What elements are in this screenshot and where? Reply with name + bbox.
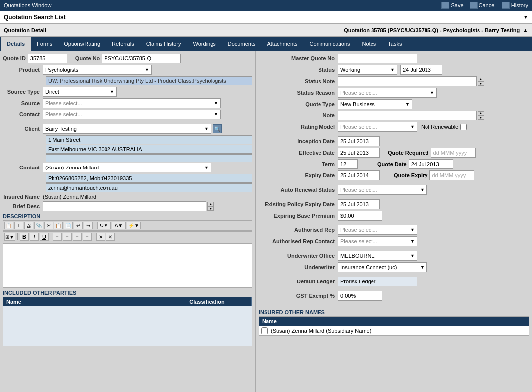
client-dropdown[interactable]: Barry Testing ▼ [43,124,211,134]
insured-table-header: Name [259,317,529,326]
quote-type-row: Quote Type New Business ▼ [259,99,529,109]
contact1-row: Contact Please select... ▼ [3,110,252,119]
expiry-date-row: Expiry Date Quote Expiry [259,170,529,180]
tab-claims-history[interactable]: Claims History [140,37,187,51]
toolbar-btn-italic[interactable]: I [30,233,39,241]
gst-exempt-input[interactable] [338,291,382,301]
uw-office-dropdown[interactable]: MELBOURNE ▼ [338,251,417,261]
contact2-dropdown[interactable]: (Susan) Zerina Millard ▼ [43,163,211,172]
toolbar-btn-clear[interactable]: ✕ [96,233,105,241]
rating-model-dropdown[interactable]: Please select... ▼ [338,122,417,132]
underwriter-dropdown[interactable]: Insurance Connect (uc) ▼ [338,262,427,272]
tab-wordings[interactable]: Wordings [187,37,222,51]
status-note-input[interactable] [338,76,477,86]
detail-header-collapse[interactable]: ▲ [523,27,528,33]
status-date-input[interactable] [400,65,442,75]
inception-date-input[interactable] [338,136,380,146]
default-ledger-label: Default Ledger [259,279,338,284]
expiry-date-input[interactable] [338,170,380,180]
toolbar-btn-cut[interactable]: ✂ [44,222,53,229]
toolbar-btn-font-color[interactable]: A▼ [112,222,126,229]
quote-no-input[interactable] [102,54,181,63]
quote-type-dropdown[interactable]: New Business ▼ [338,99,412,109]
cancel-button[interactable]: Cancel [470,2,496,9]
toolbar-btn-justify[interactable]: ≡ [83,233,92,241]
quote-id-input[interactable] [28,54,67,63]
auth-rep-row: Authorised Rep Please select... ▼ [259,225,529,235]
description-textarea[interactable] [3,243,252,288]
toolbar-btn-bold[interactable]: B [20,233,29,241]
auth-rep-contact-dropdown[interactable]: Please select... ▼ [338,236,417,246]
toolbar-btn-delete[interactable]: ✕ [106,233,115,241]
quote-required-input[interactable] [431,148,476,158]
toolbar-btn-underline[interactable]: U [40,233,49,241]
tab-attachments[interactable]: Attachments [261,37,303,51]
quote-no-pair: Quote No [75,54,181,63]
note-input[interactable] [338,111,477,120]
default-ledger-input [338,277,417,286]
auth-rep-contact-row: Authorised Rep Contact Please select... … [259,236,529,246]
toolbar-btn-table[interactable]: ⊞▼ [4,233,15,241]
status-note-spinner[interactable]: ▲ ▼ [478,77,484,86]
toolbar-btn-fx[interactable]: ⚡▼ [127,222,141,229]
search-bar-expand[interactable]: ▼ [523,14,528,20]
status-reason-dropdown[interactable]: Please select... ▼ [338,88,437,98]
tab-referrals[interactable]: Referrals [106,37,140,51]
quote-date-input[interactable] [409,159,453,169]
term-input[interactable] [338,159,358,169]
tab-communications[interactable]: Communications [304,37,356,51]
history-button[interactable]: History [502,2,528,9]
product-dropdown[interactable]: Psychologists ▼ [43,65,152,75]
toolbar-btn-copy[interactable]: 📋 [54,222,63,229]
toolbar-btn-paste[interactable]: 📄 [64,222,73,229]
contact-phone: Ph:0266805282, Mob:0423019335 [46,174,252,183]
default-ledger-row: Default Ledger [259,277,529,286]
tab-forms[interactable]: Forms [31,37,58,51]
expiry-date-label: Expiry Date [259,172,338,178]
tab-options-rating[interactable]: Options/Rating [58,37,106,51]
note-spinner[interactable]: ▲ ▼ [478,111,484,120]
toolbar-btn-align-center[interactable]: ≡ [63,233,72,241]
existing-policy-input[interactable] [338,199,380,209]
master-quote-input[interactable] [338,54,417,63]
not-renewable-checkbox[interactable] [460,124,467,130]
auto-renewal-dropdown[interactable]: Please select... ▼ [338,185,427,195]
product-row: Product Psychologists ▼ [3,65,252,75]
toolbar-btn-1[interactable]: 📋 [4,222,13,229]
toolbar-btn-redo[interactable]: ↪ [84,222,93,229]
client-search-icon[interactable]: 🔍 [213,124,222,133]
brief-desc-spinner[interactable]: ▲ ▼ [207,202,214,211]
toolbar-btn-2[interactable]: T [14,222,23,229]
toolbar-btn-4[interactable]: 📎 [34,222,43,229]
expiring-premium-input[interactable] [338,211,382,221]
toolbar-btn-undo[interactable]: ↩ [74,222,83,229]
tab-documents[interactable]: Documents [222,37,262,51]
toolbar-btn-align-left[interactable]: ≡ [53,233,62,241]
save-button[interactable]: Save [441,2,463,9]
title-bar: Quotations Window Save Cancel History [0,0,532,11]
quotation-info: Quotation 35785 (PSYC/UC/35785-Q) - Psyc… [344,27,520,33]
source-dropdown[interactable]: Please select... ▼ [43,98,221,108]
right-panel: Master Quote No Status Working ▼ Status … [255,51,532,392]
effective-date-row: Effective Date Quote Required [259,148,529,158]
brief-desc-row: Brief Desc ▲ ▼ [3,201,252,211]
contact1-dropdown[interactable]: Please select... ▼ [43,110,221,119]
source-type-dropdown[interactable]: Direct ▼ [43,87,117,97]
status-dropdown[interactable]: Working ▼ [338,65,397,75]
effective-date-input[interactable] [338,148,380,158]
insured-row-checkbox-0[interactable] [261,327,268,334]
table-header: Name Classification [3,297,252,306]
brief-desc-input[interactable] [43,201,206,211]
tab-tasks[interactable]: Tasks [382,37,408,51]
not-renewable-label: Not Renewable [421,124,458,130]
quote-expiry-input[interactable] [429,170,474,180]
tab-notes[interactable]: Notes [356,37,382,51]
source-type-row: Source Type Direct ▼ [3,87,252,97]
toolbar-btn-align-right[interactable]: ≡ [73,233,82,241]
toolbar-btn-print[interactable]: 🖨 [24,222,33,229]
quote-required-label: Quote Required [388,150,429,156]
tab-details[interactable]: Details [1,37,31,51]
title-bar-buttons: Save Cancel History [441,2,528,9]
toolbar-btn-omega[interactable]: Ω▼ [97,222,111,229]
auth-rep-dropdown[interactable]: Please select... ▼ [338,225,417,235]
